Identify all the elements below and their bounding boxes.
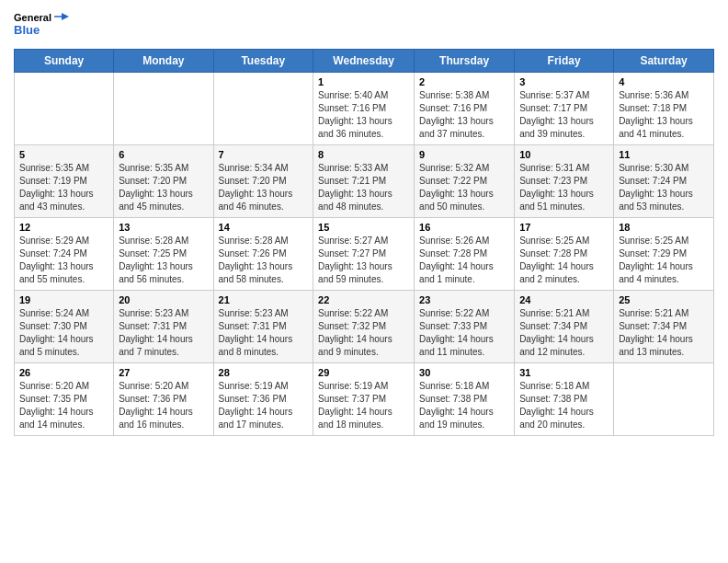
calendar-cell: 10Sunrise: 5:31 AM Sunset: 7:23 PM Dayli… [515,145,614,218]
day-number: 6 [119,149,208,160]
calendar-cell: 29Sunrise: 5:19 AM Sunset: 7:37 PM Dayli… [313,363,415,436]
day-info: Sunrise: 5:35 AM Sunset: 7:19 PM Dayligh… [19,162,108,213]
calendar-cell: 16Sunrise: 5:26 AM Sunset: 7:28 PM Dayli… [415,218,515,291]
day-info: Sunrise: 5:18 AM Sunset: 7:38 PM Dayligh… [519,380,609,431]
week-row-1: 1Sunrise: 5:40 AM Sunset: 7:16 PM Daylig… [15,73,714,145]
day-number: 18 [619,222,709,233]
day-number: 7 [219,149,309,160]
day-number: 11 [619,149,709,160]
day-number: 13 [119,222,208,233]
calendar-cell: 12Sunrise: 5:29 AM Sunset: 7:24 PM Dayli… [15,218,114,291]
calendar-cell: 30Sunrise: 5:18 AM Sunset: 7:38 PM Dayli… [415,363,515,436]
day-number: 23 [419,294,509,305]
day-number: 14 [219,222,309,233]
header: General Blue [14,9,714,41]
day-info: Sunrise: 5:40 AM Sunset: 7:16 PM Dayligh… [318,89,409,141]
svg-text:Blue: Blue [14,23,40,37]
calendar-cell: 18Sunrise: 5:25 AM Sunset: 7:29 PM Dayli… [614,218,714,291]
day-info: Sunrise: 5:24 AM Sunset: 7:30 PM Dayligh… [19,307,108,359]
svg-text:General: General [14,12,51,23]
day-info: Sunrise: 5:18 AM Sunset: 7:38 PM Dayligh… [419,380,509,431]
header-day-friday: Friday [515,50,614,73]
calendar-cell [614,363,714,436]
svg-marker-2 [62,13,69,20]
day-number: 4 [619,76,709,87]
calendar-cell: 5Sunrise: 5:35 AM Sunset: 7:19 PM Daylig… [15,145,114,218]
day-number: 19 [19,294,108,305]
day-info: Sunrise: 5:28 AM Sunset: 7:25 PM Dayligh… [119,235,208,286]
calendar-cell: 23Sunrise: 5:22 AM Sunset: 7:33 PM Dayli… [415,291,515,363]
day-info: Sunrise: 5:36 AM Sunset: 7:18 PM Dayligh… [619,89,709,141]
calendar-header-row: SundayMondayTuesdayWednesdayThursdayFrid… [15,50,714,73]
calendar-cell: 13Sunrise: 5:28 AM Sunset: 7:25 PM Dayli… [114,218,213,291]
calendar-cell: 28Sunrise: 5:19 AM Sunset: 7:36 PM Dayli… [213,363,313,436]
day-number: 24 [519,294,609,305]
day-number: 21 [219,294,309,305]
day-number: 26 [19,367,108,378]
day-info: Sunrise: 5:20 AM Sunset: 7:35 PM Dayligh… [19,380,108,431]
calendar-cell: 25Sunrise: 5:21 AM Sunset: 7:34 PM Dayli… [614,291,714,363]
header-day-thursday: Thursday [415,50,515,73]
day-number: 3 [519,76,609,87]
logo-svg: General Blue [14,9,69,41]
day-info: Sunrise: 5:19 AM Sunset: 7:36 PM Dayligh… [219,380,309,431]
calendar-cell: 4Sunrise: 5:36 AM Sunset: 7:18 PM Daylig… [614,73,714,145]
calendar-cell: 9Sunrise: 5:32 AM Sunset: 7:22 PM Daylig… [415,145,515,218]
week-row-3: 12Sunrise: 5:29 AM Sunset: 7:24 PM Dayli… [15,218,714,291]
calendar-cell: 17Sunrise: 5:25 AM Sunset: 7:28 PM Dayli… [515,218,614,291]
day-info: Sunrise: 5:23 AM Sunset: 7:31 PM Dayligh… [119,307,208,359]
calendar-cell: 6Sunrise: 5:35 AM Sunset: 7:20 PM Daylig… [114,145,213,218]
calendar-cell: 7Sunrise: 5:34 AM Sunset: 7:20 PM Daylig… [213,145,313,218]
calendar-cell: 19Sunrise: 5:24 AM Sunset: 7:30 PM Dayli… [15,291,114,363]
day-number: 12 [19,222,108,233]
day-info: Sunrise: 5:33 AM Sunset: 7:21 PM Dayligh… [318,162,409,213]
day-info: Sunrise: 5:30 AM Sunset: 7:24 PM Dayligh… [619,162,709,213]
calendar-cell: 26Sunrise: 5:20 AM Sunset: 7:35 PM Dayli… [15,363,114,436]
day-number: 30 [419,367,509,378]
day-number: 17 [519,222,609,233]
day-info: Sunrise: 5:20 AM Sunset: 7:36 PM Dayligh… [119,380,208,431]
day-number: 25 [619,294,709,305]
day-info: Sunrise: 5:32 AM Sunset: 7:22 PM Dayligh… [419,162,509,213]
calendar-cell [15,73,114,145]
day-info: Sunrise: 5:23 AM Sunset: 7:31 PM Dayligh… [219,307,309,359]
day-number: 29 [318,367,409,378]
logo: General Blue [14,9,69,41]
calendar-cell: 14Sunrise: 5:28 AM Sunset: 7:26 PM Dayli… [213,218,313,291]
day-number: 2 [419,76,509,87]
week-row-4: 19Sunrise: 5:24 AM Sunset: 7:30 PM Dayli… [15,291,714,363]
calendar-cell: 15Sunrise: 5:27 AM Sunset: 7:27 PM Dayli… [313,218,415,291]
day-info: Sunrise: 5:22 AM Sunset: 7:33 PM Dayligh… [419,307,509,359]
calendar-cell: 3Sunrise: 5:37 AM Sunset: 7:17 PM Daylig… [515,73,614,145]
day-info: Sunrise: 5:26 AM Sunset: 7:28 PM Dayligh… [419,235,509,286]
day-info: Sunrise: 5:38 AM Sunset: 7:16 PM Dayligh… [419,89,509,141]
header-day-wednesday: Wednesday [313,50,415,73]
header-day-tuesday: Tuesday [213,50,313,73]
calendar-cell: 27Sunrise: 5:20 AM Sunset: 7:36 PM Dayli… [114,363,213,436]
calendar-cell: 8Sunrise: 5:33 AM Sunset: 7:21 PM Daylig… [313,145,415,218]
day-number: 31 [519,367,609,378]
calendar-cell: 21Sunrise: 5:23 AM Sunset: 7:31 PM Dayli… [213,291,313,363]
day-number: 16 [419,222,509,233]
day-info: Sunrise: 5:25 AM Sunset: 7:28 PM Dayligh… [519,235,609,286]
calendar-cell [114,73,213,145]
calendar-cell: 2Sunrise: 5:38 AM Sunset: 7:16 PM Daylig… [415,73,515,145]
day-number: 10 [519,149,609,160]
day-number: 28 [219,367,309,378]
day-info: Sunrise: 5:21 AM Sunset: 7:34 PM Dayligh… [619,307,709,359]
calendar-cell: 24Sunrise: 5:21 AM Sunset: 7:34 PM Dayli… [515,291,614,363]
day-info: Sunrise: 5:25 AM Sunset: 7:29 PM Dayligh… [619,235,709,286]
week-row-2: 5Sunrise: 5:35 AM Sunset: 7:19 PM Daylig… [15,145,714,218]
day-number: 5 [19,149,108,160]
header-day-sunday: Sunday [15,50,114,73]
calendar: SundayMondayTuesdayWednesdayThursdayFrid… [14,49,714,436]
week-row-5: 26Sunrise: 5:20 AM Sunset: 7:35 PM Dayli… [15,363,714,436]
calendar-cell: 22Sunrise: 5:22 AM Sunset: 7:32 PM Dayli… [313,291,415,363]
day-info: Sunrise: 5:35 AM Sunset: 7:20 PM Dayligh… [119,162,208,213]
day-number: 20 [119,294,208,305]
calendar-cell: 1Sunrise: 5:40 AM Sunset: 7:16 PM Daylig… [313,73,415,145]
day-info: Sunrise: 5:19 AM Sunset: 7:37 PM Dayligh… [318,380,409,431]
header-day-saturday: Saturday [614,50,714,73]
day-info: Sunrise: 5:29 AM Sunset: 7:24 PM Dayligh… [19,235,108,286]
calendar-cell: 31Sunrise: 5:18 AM Sunset: 7:38 PM Dayli… [515,363,614,436]
